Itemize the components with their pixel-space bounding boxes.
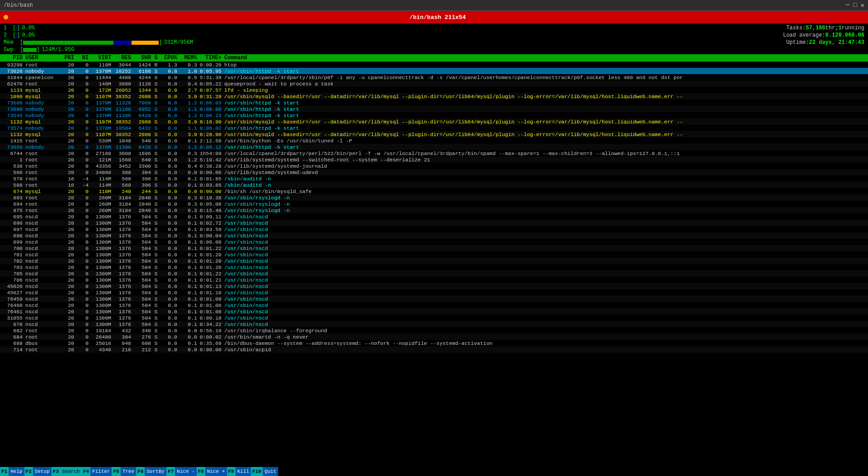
footer-key: F1 [0,467,9,476]
table-row[interactable]: 674 mysql 20 0 110M 248 244 S 0.0 0.0 0:… [0,188,868,194]
table-row[interactable]: 697 nscd 20 0 1300M 1376 584 S 0.0 0.1 0… [0,226,868,232]
footer-label[interactable]: Kill [236,467,251,476]
footer-label[interactable]: Tree [121,467,136,476]
proc-shr: 304 [133,170,153,175]
proc-res: 308 [113,170,133,175]
minimize-button[interactable]: ─ [846,1,849,9]
cpu2-pct: 0.0% [22,32,35,38]
proc-ni: 0 [76,138,90,144]
proc-res: 38352 [113,119,133,125]
proc-pri: 16 [61,182,76,188]
table-row[interactable]: 1090 mysql 20 0 1107M 38352 2088 S 0.0 3… [0,93,868,99]
table-row[interactable]: 62470 root 20 0 146M 3980 1128 S 0.0 0.4… [0,80,868,87]
footer-item[interactable]: F4 Filter [82,467,112,476]
proc-ni: 0 [76,290,90,296]
table-row[interactable]: 566 root 20 0 34860 308 304 S 0.0 0.0 0:… [0,169,868,175]
table-row[interactable]: 688 dbus 20 0 25016 948 608 S 0.0 0.1 0:… [0,340,868,346]
table-row[interactable]: 701 nscd 20 0 1300M 1376 584 S 0.0 0.1 0… [0,251,868,258]
proc-pid: 688 [2,340,25,346]
table-row[interactable]: 678 nscd 20 0 1300M 1376 584 S 0.0 0.1 0… [0,321,868,327]
table-row[interactable]: 699 nscd 20 0 1300M 1376 584 S 0.0 0.1 0… [0,239,868,245]
footer-label[interactable]: SortBy [145,467,166,476]
proc-virt: 26480 [90,334,113,340]
table-row[interactable]: 693 root 20 0 260M 3184 2840 S 0.0 0.3 0… [0,194,868,201]
table-row[interactable]: 1 root 20 0 121M 1560 640 S 0.0 1.2 5:19… [0,156,868,163]
proc-time: 0:06.03 [199,100,224,106]
proc-pid: 675 [2,207,25,213]
table-row[interactable]: 700 nscd 20 0 1300M 1376 584 S 0.0 0.1 0… [0,245,868,251]
table-row[interactable]: 73626 nobody 20 0 1370M 10252 6188 S 0.8… [0,68,868,74]
table-row[interactable]: 694 root 20 0 260M 3184 2840 S 0.0 0.3 0… [0,201,868,207]
table-row[interactable]: 695 nscd 20 0 1300M 1376 584 S 0.0 0.1 0… [0,213,868,220]
table-row[interactable]: 76461 nscd 20 0 1300M 1376 584 S 0.0 0.1… [0,308,868,315]
footer-label[interactable]: Quit [263,467,278,476]
footer-label[interactable]: Nice + [205,467,227,476]
table-row[interactable]: 578 root 16 -4 114M 560 396 S 0.0 0.1 0:… [0,175,868,182]
table-row[interactable]: 73656 nobody 20 0 1370M 11396 6428 S 0.0… [0,144,868,150]
table-row[interactable]: 698 nscd 20 0 1300M 1376 584 S 0.0 0.1 0… [0,232,868,239]
table-row[interactable]: 702 nscd 20 0 1300M 1376 584 S 0.0 0.1 0… [0,258,868,264]
proc-user: nscd [25,245,61,251]
proc-pri: 20 [61,132,76,137]
maximize-button[interactable]: □ [853,1,857,9]
proc-cmd: /usr/bin/smartd -n -q never [224,334,866,340]
table-row[interactable]: 76459 nscd 20 0 1300M 1376 584 S 0.0 0.1… [0,296,868,302]
table-row[interactable]: 73680 nobody 20 0 1370M 11100 6952 S 0.0… [0,106,868,112]
table-row[interactable]: 31055 nscd 20 0 1300M 1376 584 S 0.0 0.1… [0,315,868,321]
table-row[interactable]: 675 root 20 0 260M 3184 2840 S 0.0 0.3 0… [0,207,868,213]
footer-item[interactable]: F6 SortBy [136,467,166,476]
footer-label[interactable]: Filter [90,467,112,476]
tasks-thr-text: thr; [826,25,839,31]
proc-shr: 340 [133,328,153,334]
mem-values: 331M/956M [164,39,193,46]
table-row[interactable]: 703 nscd 20 0 1300M 1376 584 S 0.0 0.1 0… [0,264,868,270]
footer-label[interactable]: Nice - [175,467,197,476]
footer-item[interactable]: F7 Nice - [166,467,197,476]
footer-item[interactable]: F9 Kill [227,467,251,476]
footer-label[interactable]: Help [9,467,24,476]
table-row[interactable]: 1132 mysql 20 0 1107M 38352 2088 S 0.0 3… [0,131,868,137]
table-row[interactable]: 1415 root 20 0 538M 1048 540 S 0.0 0.1 2… [0,137,868,144]
table-row[interactable]: 45627 nscd 20 0 1300M 1376 584 S 0.0 0.1… [0,289,868,296]
proc-res: 1376 [113,233,133,239]
table-row[interactable]: 1132 mysql 20 0 1107M 38352 2088 S 0.0 3… [0,118,868,125]
footer-label[interactable]: Search [60,467,82,476]
table-row[interactable]: 696 nscd 20 0 1300M 1376 584 S 0.0 0.1 0… [0,220,868,226]
table-row[interactable]: 684 root 20 0 26480 304 276 S 0.0 0.0 0:… [0,334,868,340]
table-row[interactable]: 682 root 20 0 19184 432 340 S 0.0 0.0 0:… [0,327,868,334]
table-row[interactable]: 588 root 16 -4 114M 560 396 S 0.0 0.1 0:… [0,182,868,188]
table-row[interactable]: 73545 nobody 20 0 1370M 11396 6428 S 0.0… [0,112,868,118]
footer-item[interactable]: F1 Help [0,467,24,476]
proc-shr: 1696 [133,151,153,156]
footer-item[interactable]: F2 Setup [24,467,52,476]
table-row[interactable]: 705 nscd 20 0 1300M 1376 584 S 0.0 0.1 0… [0,270,868,277]
table-row[interactable]: 538 root 20 0 43356 3452 3300 S 0.0 0.4 … [0,163,868,169]
title-bar-buttons[interactable]: ─ □ ✕ [846,1,864,9]
proc-pid: 73600 [2,100,25,106]
table-row[interactable]: 73600 nobody 20 0 1370M 11320 7060 S 0.0… [0,99,868,106]
table-row[interactable]: 93298 root 20 0 118M 3044 1424 R 1.3 0.3… [0,61,868,68]
proc-cpu: 1.3 [159,62,179,68]
close-button[interactable]: ✕ [861,1,864,9]
table-row[interactable]: 45626 nscd 20 0 1300M 1376 584 S 0.0 0.1… [0,283,868,289]
footer-item[interactable]: F3 Search [52,467,82,476]
footer-item[interactable]: F10 Quit [251,467,278,476]
proc-virt: 1300M [90,239,113,245]
table-row[interactable]: 6744 root 20 0 27188 3008 1696 S 0.0 0.3… [0,150,868,156]
footer-label[interactable]: Setup [33,467,52,476]
header-pid: PID [2,55,25,61]
table-row[interactable]: 76460 nscd 20 0 1300M 1376 584 S 0.0 0.1… [0,302,868,308]
proc-virt: 538M [90,138,113,144]
proc-pri: 20 [61,220,76,226]
table-row[interactable]: 1133 mysql 20 0 172M 26052 1344 S 0.0 2.… [0,87,868,93]
table-row[interactable]: 73574 nobody 20 0 1370M 10584 6432 S 0.0… [0,125,868,131]
table-row[interactable]: 706 nscd 20 0 1300M 1376 584 S 0.0 0.1 0… [0,277,868,283]
proc-ni: 0 [76,62,90,68]
proc-shr: 584 [133,233,153,239]
proc-shr: 396 [133,182,153,188]
footer-item[interactable]: F5 Tree [112,467,136,476]
footer-item[interactable]: F8 Nice + [197,467,227,476]
table-row[interactable]: 31844 cpanelcon 20 0 11444 4488 4244 S 0… [0,74,868,80]
proc-user: nscd [25,290,61,296]
table-row[interactable]: 714 root 20 0 4340 216 212 S 0.0 0.0 0:0… [0,346,868,353]
